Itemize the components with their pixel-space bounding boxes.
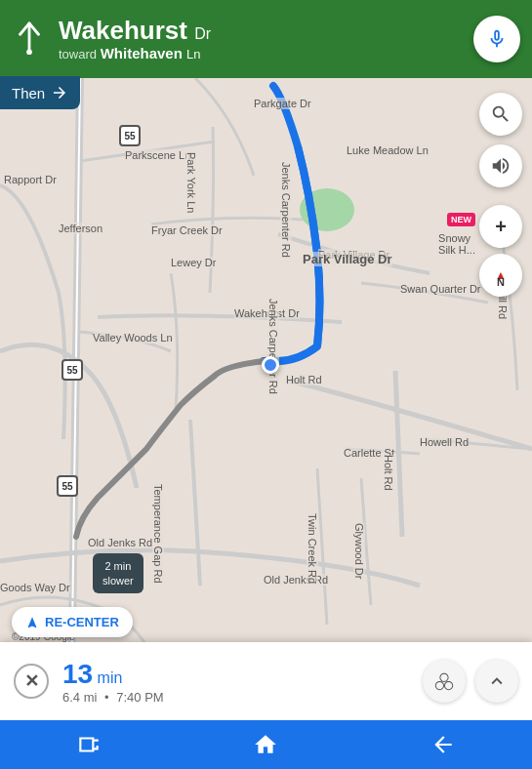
park-village-main-label: Park Village Dr <box>303 252 392 266</box>
delay-minutes: 2 min <box>102 559 134 573</box>
old-jenks2-label: Old Jenks Rd <box>264 574 328 586</box>
holt-rd-label: Holt Rd <box>286 374 322 385</box>
swan-quarter-label: Swan Quarter Dr <box>400 283 481 295</box>
toward-label: toward <box>59 47 97 61</box>
luke-meadow-label: Luke Meadow Ln <box>347 144 429 156</box>
lewey-label: Lewey Dr <box>171 257 216 268</box>
recenter-button[interactable]: RE-CENTER <box>12 607 133 637</box>
highway-55-badge-bot: 55 <box>57 475 78 497</box>
rapport-label: Rapport Dr <box>4 174 57 185</box>
close-button[interactable]: ✕ <box>14 664 49 699</box>
temperance-label: Temperance Gap Rd <box>152 484 164 584</box>
svg-point-4 <box>26 49 32 55</box>
recent-apps-button[interactable] <box>74 730 103 759</box>
distance-text: 6.4 mi <box>62 690 97 705</box>
nav-toward: toward Whitehaven Ln <box>59 45 473 61</box>
home-button[interactable] <box>251 730 280 759</box>
goods-way-label: Goods Way Dr <box>0 582 70 593</box>
arrival-time: 7:40 PM <box>116 690 163 705</box>
nav-destination: Whitehaven Ln <box>101 45 201 61</box>
location-dot <box>262 356 279 374</box>
zoom-plus-label: + <box>495 216 507 238</box>
compass-button[interactable]: ▲ N <box>479 254 522 297</box>
glywood-label: Glywood Dr <box>353 523 365 579</box>
street-suffix-text: Dr <box>194 25 211 42</box>
new-badge: NEW <box>447 213 475 226</box>
highway-55-badge-top: 55 <box>119 125 141 146</box>
recenter-icon <box>25 616 39 629</box>
jenks-carpenter-label: Jenks Carpenter Rd <box>280 162 292 258</box>
delay-badge: 2 min slower <box>93 553 143 593</box>
route-options-button[interactable] <box>423 660 466 703</box>
highway-55-badge-mid: 55 <box>61 359 83 381</box>
then-label: Then <box>12 85 45 101</box>
howell-label: Howell Rd <box>420 436 469 448</box>
parkscene-label: Parkscene Ln <box>125 149 190 161</box>
expand-icon <box>486 670 508 692</box>
eta-info: 13 min 6.4 mi • 7:40 PM <box>62 659 423 705</box>
mic-button[interactable] <box>473 16 520 62</box>
recenter-label: RE-CENTER <box>45 615 119 629</box>
snowy-label: SnowySilk H... <box>438 232 475 256</box>
eta-details: 6.4 mi • 7:40 PM <box>62 690 423 705</box>
nav-header: Wakehurst Dr toward Whitehaven Ln <box>0 0 532 78</box>
nav-street-name: Wakehurst Dr <box>59 17 473 45</box>
nav-direction-icon <box>12 21 47 57</box>
search-button[interactable] <box>479 93 522 136</box>
parkgate-label: Parkgate Dr <box>254 98 311 109</box>
jenks-carpenter-label2: Jenks Carpenter Rd <box>267 299 279 394</box>
bottom-nav <box>0 720 532 769</box>
volume-button[interactable] <box>479 144 522 187</box>
dest-suffix-text: Ln <box>186 47 200 61</box>
nav-text: Wakehurst Dr toward Whitehaven Ln <box>59 17 473 61</box>
expand-button[interactable] <box>475 660 518 703</box>
then-button[interactable]: Then <box>0 76 80 109</box>
destination-text: Whitehaven <box>101 45 183 61</box>
old-jenks-label: Old Jenks Rd <box>88 537 152 548</box>
street-name-text: Wakehurst <box>59 16 187 45</box>
fryar-creek-label: Fryar Creek Dr <box>151 224 223 236</box>
holt-rd-vert-label: Holt Rd <box>383 455 394 491</box>
jefferson-label: Jefferson <box>59 223 102 234</box>
park-york-label: Park York Ln <box>185 152 197 213</box>
eta-minutes: 13 <box>62 659 93 689</box>
separator: • <box>104 690 109 705</box>
route-options-icon <box>433 670 455 692</box>
valley-woods-label: Valley Woods Ln <box>93 332 173 344</box>
compass-label: N <box>497 276 505 288</box>
back-button[interactable] <box>429 730 458 759</box>
twin-creek-label: Twin Creek Rd <box>307 513 318 584</box>
delay-label: slower <box>102 574 134 587</box>
zoom-button[interactable]: + <box>479 205 522 248</box>
eta-unit: min <box>98 669 123 686</box>
bottom-panel: ✕ 13 min 6.4 mi • 7:40 PM <box>0 642 532 720</box>
